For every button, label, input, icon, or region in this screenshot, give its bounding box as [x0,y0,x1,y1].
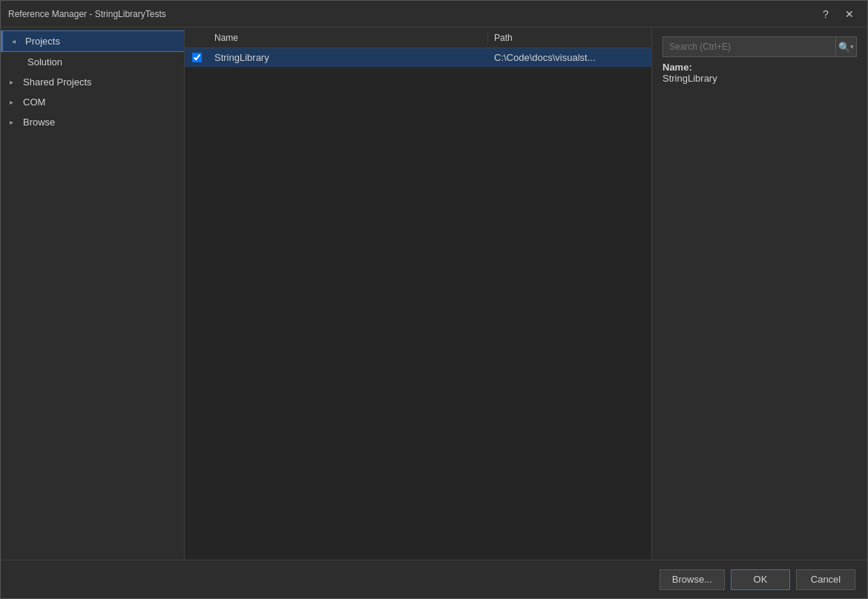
window-title: Reference Manager - StringLibraryTests [8,9,166,19]
search-button[interactable]: 🔍 ▾ [835,37,856,56]
sidebar-item-shared-projects-label: Shared Projects [23,76,92,88]
browse-button[interactable]: Browse... [660,569,725,590]
cancel-button[interactable]: Cancel [796,569,855,590]
table-body: StringLibrary C:\Code\docs\visualst... [185,48,651,560]
detail-section: Name: StringLibrary [662,62,857,84]
right-panel: 🔍 ▾ Name: StringLibrary [652,27,867,560]
com-arrow-icon: ▸ [10,98,20,106]
title-bar-left: Reference Manager - StringLibraryTests [8,9,166,19]
shared-projects-arrow-icon: ▸ [10,78,20,86]
row-name: StringLibrary [208,52,488,63]
browse-arrow-icon: ▸ [10,118,20,126]
sidebar-item-com-label: COM [23,96,45,108]
table-row[interactable]: StringLibrary C:\Code\docs\visualst... [185,48,651,68]
detail-name-label: Name: [662,62,692,73]
row-check[interactable] [185,53,208,62]
close-button[interactable]: ✕ [839,5,860,23]
sidebar-item-com[interactable]: ▸ COM [1,92,184,112]
sidebar-item-browse[interactable]: ▸ Browse [1,112,184,132]
title-bar: Reference Manager - StringLibraryTests ?… [1,1,867,27]
sidebar-item-shared-projects[interactable]: ▸ Shared Projects [1,72,184,92]
search-dropdown-icon: ▾ [850,43,854,50]
dialog-root: Reference Manager - StringLibraryTests ?… [0,0,868,599]
table-header: Name Path [185,27,651,48]
col-name-header: Name [208,33,488,43]
detail-name-value: StringLibrary [662,73,717,84]
row-checkbox[interactable] [192,53,202,62]
footer: Browse... OK Cancel [1,560,867,598]
search-input[interactable] [663,37,835,56]
sidebar-item-projects[interactable]: ◂ Projects [1,30,184,52]
center-panel: Name Path StringLibrary C:\Code\docs\vis… [185,27,652,560]
col-path-header: Path [488,33,651,43]
search-icon: 🔍 [838,42,850,53]
sidebar-item-browse-label: Browse [23,117,55,128]
sidebar-item-solution-label: Solution [27,56,62,68]
sidebar-item-projects-label: Projects [25,36,60,47]
main-content: ◂ Projects Solution ▸ Shared Projects ▸ … [1,27,867,560]
search-bar[interactable]: 🔍 ▾ [662,36,857,57]
projects-arrow-icon: ◂ [12,37,22,45]
row-path: C:\Code\docs\visualst... [488,52,651,63]
ok-button[interactable]: OK [731,569,790,590]
sidebar-item-solution[interactable]: Solution [1,52,184,72]
help-button[interactable]: ? [815,5,836,23]
title-bar-right: ? ✕ [815,5,860,23]
sidebar: ◂ Projects Solution ▸ Shared Projects ▸ … [1,27,185,560]
